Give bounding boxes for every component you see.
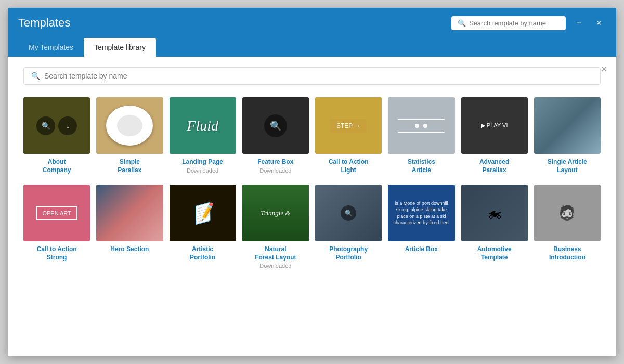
name-automotive-template: AutomotiveTemplate: [477, 245, 512, 262]
play-text: ▶ PLAY VI: [481, 122, 508, 129]
name-about-company: AboutCompany: [43, 158, 71, 174]
thumb-advanced-parallax: ▶ PLAY VI: [461, 97, 528, 154]
body-search-input[interactable]: [44, 72, 593, 80]
body-close-button[interactable]: ×: [601, 64, 607, 75]
template-automotive-template[interactable]: 🏍 AutomotiveTemplate: [461, 185, 528, 269]
name-statistics-article: StatisticsArticle: [408, 158, 435, 174]
fluid-text: Fluid: [187, 118, 218, 134]
template-call-to-action-strong[interactable]: OPEN ART Call to ActionStrong: [23, 185, 90, 269]
template-business-introduction[interactable]: 🧔 BusinessIntroduction: [534, 185, 601, 269]
thumb-simple-parallax: [96, 97, 163, 154]
thumb-landing-page: Fluid: [170, 97, 236, 154]
header-right: 🔍 − ×: [451, 16, 606, 31]
template-single-article-layout[interactable]: Single ArticleLayout: [534, 97, 601, 174]
template-advanced-parallax[interactable]: ▶ PLAY VI AdvancedParallax: [461, 97, 528, 174]
name-hero-section: Hero Section: [110, 245, 149, 254]
modal-header: Templates 🔍 − ×: [8, 8, 616, 38]
thumb-article-box: is a Mode of port downhill skiing, alpin…: [388, 185, 454, 241]
search-icon-about: 🔍: [36, 116, 55, 135]
header-search-input[interactable]: [469, 19, 560, 27]
thumb-feature-box: 🔍: [242, 97, 309, 154]
open-art-button: OPEN ART: [36, 206, 77, 220]
search-icon-photo: 🔍: [341, 205, 356, 221]
download-icon-about: ↓: [58, 116, 77, 135]
name-natural-forest-layout: NaturalForest Layout: [255, 245, 296, 262]
tab-my-templates[interactable]: My Templates: [18, 38, 84, 57]
templates-grid-row1: 🔍 ↓ AboutCompany SimpleParallax Fluid: [23, 97, 601, 174]
close-button[interactable]: ×: [592, 16, 606, 31]
template-article-box[interactable]: is a Mode of port downhill skiing, alpin…: [388, 185, 454, 269]
template-landing-page[interactable]: Fluid Landing Page Downloaded: [170, 97, 236, 174]
thumb-call-to-action-strong: OPEN ART: [23, 185, 90, 241]
template-statistics-article[interactable]: StatisticsArticle: [388, 97, 454, 174]
name-call-to-action-strong: Call to ActionStrong: [37, 245, 77, 262]
thumb-automotive-template: 🏍: [461, 185, 528, 241]
badge-forest-layout: Downloaded: [259, 263, 291, 269]
name-article-box: Article Box: [405, 245, 438, 254]
step-button: STEP →: [330, 119, 367, 133]
search-icon-feature: 🔍: [264, 114, 287, 137]
header-search-icon: 🔍: [458, 19, 466, 27]
tabs-bar: My Templates Template library: [8, 38, 616, 57]
template-call-to-action-light[interactable]: STEP → Call to ActionLight: [315, 97, 382, 174]
thumb-hero-section: [96, 185, 163, 241]
article-box-text: is a Mode of port downhill skiing, alpin…: [391, 200, 451, 226]
thumb-single-article-layout: [534, 97, 601, 154]
thumb-about-company: 🔍 ↓: [23, 97, 90, 154]
thumb-statistics-article: [388, 97, 454, 154]
thumb-artistic-portfolio: 📝: [170, 185, 236, 241]
modal-title: Templates: [18, 8, 70, 38]
name-landing-page: Landing Page: [182, 158, 223, 166]
template-hero-section[interactable]: Hero Section: [96, 185, 163, 269]
name-artistic-portfolio: ArtisticPortfolio: [190, 245, 215, 262]
thumb-business-introduction: 🧔: [534, 185, 601, 241]
modal-window: Templates 🔍 − × My Templates Template li…: [8, 8, 616, 356]
body-search-icon: 🔍: [31, 72, 40, 80]
modal-body: × 🔍 🔍 ↓ AboutCompany: [8, 57, 616, 356]
badge-feature-box: Downloaded: [259, 167, 291, 174]
tab-template-library[interactable]: Template library: [84, 38, 156, 57]
name-feature-box: Feature Box: [257, 158, 293, 166]
body-search-box[interactable]: 🔍: [23, 67, 601, 85]
name-simple-parallax: SimpleParallax: [118, 158, 141, 174]
template-artistic-portfolio[interactable]: 📝 ArtisticPortfolio: [170, 185, 236, 269]
thumb-natural-forest-layout: Triangle &: [242, 185, 309, 241]
thumb-photography-portfolio: 🔍: [315, 185, 382, 241]
badge-landing-page: Downloaded: [187, 167, 218, 174]
name-photography-portfolio: PhotographyPortfolio: [329, 245, 368, 262]
name-single-article-layout: Single ArticleLayout: [548, 158, 587, 174]
header-search-box[interactable]: 🔍: [451, 16, 566, 30]
name-call-to-action-light: Call to ActionLight: [329, 158, 369, 174]
template-photography-portfolio[interactable]: 🔍 PhotographyPortfolio: [315, 185, 382, 269]
template-about-company[interactable]: 🔍 ↓ AboutCompany: [23, 97, 90, 174]
template-simple-parallax[interactable]: SimpleParallax: [96, 97, 163, 174]
triangle-text: Triangle &: [261, 209, 290, 218]
templates-grid-row2: OPEN ART Call to ActionStrong Hero Secti…: [23, 185, 601, 269]
template-feature-box[interactable]: 🔍 Feature Box Downloaded: [242, 97, 309, 174]
thumb-call-to-action-light: STEP →: [315, 97, 382, 154]
name-business-introduction: BusinessIntroduction: [549, 245, 586, 262]
name-advanced-parallax: AdvancedParallax: [479, 158, 509, 174]
minimize-button[interactable]: −: [572, 16, 586, 31]
template-natural-forest-layout[interactable]: Triangle & NaturalForest Layout Download…: [242, 185, 309, 269]
lines-visual: [398, 119, 445, 133]
